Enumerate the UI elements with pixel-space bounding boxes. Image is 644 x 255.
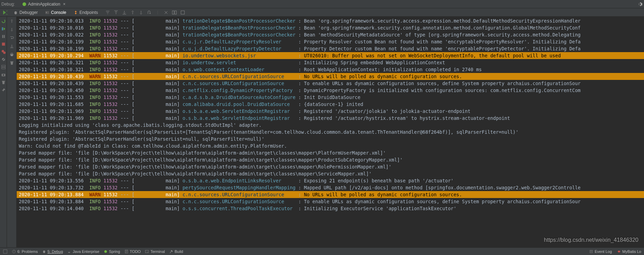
log-timestamp: 2020-11-11 09:20:13.884 bbox=[19, 192, 84, 197]
gear-icon[interactable] bbox=[637, 1, 643, 7]
run-config-tab[interactable]: AdminApplication × bbox=[19, 2, 68, 7]
status-problems-label: 6: Problems bbox=[17, 249, 38, 254]
svg-rect-13 bbox=[1, 65, 5, 67]
clear-icon[interactable] bbox=[9, 60, 14, 65]
arrow-curve-icon[interactable] bbox=[147, 10, 152, 15]
camera-icon[interactable] bbox=[1, 72, 6, 77]
stop-icon[interactable] bbox=[1, 42, 6, 47]
log-thread: main] bbox=[166, 192, 183, 197]
svg-rect-3 bbox=[172, 11, 174, 14]
status-terminal[interactable]: Terminal bbox=[145, 249, 165, 254]
log-colon: : bbox=[296, 53, 304, 58]
log-colon: : bbox=[296, 81, 304, 86]
log-timestamp: 2020-11-11 09:20:10.450 bbox=[19, 88, 84, 93]
status-problems[interactable]: 6: Problems bbox=[12, 249, 38, 254]
svg-point-1 bbox=[15, 11, 17, 14]
log-logger: c.netflix.config.DynamicPropertyFactory bbox=[182, 88, 295, 93]
log-colon: : bbox=[296, 206, 304, 211]
arrow-down-icon[interactable] bbox=[138, 10, 144, 15]
log-thread: main] bbox=[166, 185, 183, 190]
log-message: Exposing 21 endpoint(s) beneath base pat… bbox=[304, 178, 454, 183]
log-line: 2020-11-11 09:20:10.321 INFO 11532 --- [… bbox=[17, 59, 644, 66]
log-text: Parsed mapper file: 'file [D:\WorkSpace\… bbox=[19, 157, 403, 163]
log-line: 2020-11-11 09:20:10.439 INFO 11532 --- [… bbox=[17, 80, 644, 87]
log-line: 2020-11-11 09:20:10.016 INFO 11532 --- [… bbox=[17, 24, 644, 31]
svg-rect-8 bbox=[3, 35, 5, 38]
log-sep: --- [ bbox=[118, 206, 166, 211]
log-message: Root WebApplicationContext: initializati… bbox=[304, 67, 482, 72]
top-bar: Debug: AdminApplication × bbox=[0, 0, 644, 8]
layout-icon[interactable] bbox=[1, 65, 6, 69]
scroll-down-bar-icon[interactable] bbox=[122, 10, 127, 15]
log-message: Bean 'org.springframework.security.confi… bbox=[304, 25, 581, 31]
log-pid: 11532 bbox=[104, 81, 118, 86]
columns-icon[interactable] bbox=[172, 10, 177, 15]
tab-console[interactable]: Console bbox=[41, 8, 70, 16]
mute-breakpoints-icon[interactable] bbox=[1, 57, 6, 62]
scroll-up-bar-icon[interactable] bbox=[113, 10, 119, 15]
pause-icon[interactable] bbox=[1, 34, 6, 39]
log-sep: --- [ bbox=[118, 199, 166, 204]
pin-icon[interactable] bbox=[1, 88, 6, 92]
tab-endpoints[interactable]: Endpoints bbox=[70, 8, 101, 16]
log-thread: main] bbox=[166, 60, 183, 65]
rerun-icon[interactable] bbox=[2, 10, 8, 15]
debug-label: Debug: bbox=[1, 2, 15, 7]
log-timestamp: 2020-11-11 09:20:10.022 bbox=[19, 32, 84, 38]
tab-debugger[interactable]: Debugger bbox=[10, 8, 41, 16]
trash-icon[interactable] bbox=[1, 80, 6, 85]
breakpoints-icon[interactable] bbox=[1, 49, 6, 54]
arrow-up-icon[interactable] bbox=[130, 10, 135, 15]
bug-icon bbox=[13, 10, 18, 15]
log-line: Registered plugin: 'AbstractSqlParserHan… bbox=[17, 129, 644, 135]
log-logger: com.alibaba.druid.pool.DruidDataSource bbox=[182, 101, 295, 107]
log-timestamp: 2020-11-11 09:20:11.969 bbox=[19, 115, 84, 121]
log-line: 2020-11-11 09:20:10.199 INFO 11532 --- [… bbox=[17, 45, 644, 52]
status-bar: 6: Problems 5: Debug Java Enterprise Spr… bbox=[0, 247, 644, 255]
softwrap-icon[interactable] bbox=[9, 35, 14, 40]
log-level: INFO bbox=[89, 46, 101, 51]
log-thread: main] bbox=[166, 94, 183, 100]
separator-icon bbox=[155, 10, 160, 15]
log-message: Mapped URL path [/v2/api-docs] onto meth… bbox=[304, 185, 581, 190]
log-line: 2020-11-11 09:20:13.884 INFO 11532 --- [… bbox=[17, 198, 644, 205]
svg-rect-9 bbox=[2, 43, 5, 46]
svg-point-16 bbox=[2, 74, 4, 76]
log-message: DynamicPropertyFactory is initialized wi… bbox=[304, 88, 581, 93]
log-colon: : bbox=[296, 115, 304, 121]
status-event-log[interactable]: Event Log bbox=[589, 249, 612, 254]
status-spring[interactable]: Spring bbox=[104, 249, 120, 254]
scroll-end-icon[interactable] bbox=[9, 44, 14, 49]
log-colon: : bbox=[296, 60, 304, 65]
log-timestamp: 2020-11-11 09:20:13.884 bbox=[19, 199, 84, 204]
log-sep: --- [ bbox=[118, 18, 166, 24]
restart-icon[interactable] bbox=[1, 19, 6, 24]
filter-icon[interactable] bbox=[105, 10, 110, 15]
square-icon[interactable] bbox=[180, 10, 185, 15]
log-sep: --- [ bbox=[118, 74, 166, 79]
status-build[interactable]: Build bbox=[169, 249, 183, 254]
log-thread: main] bbox=[166, 67, 183, 72]
log-text: Warn: Could not find @TableId in Class: … bbox=[19, 143, 287, 149]
spring-leaf-icon bbox=[104, 249, 108, 254]
log-line: 2020-11-11 09:20:14.040 INFO 11532 --- [… bbox=[17, 205, 644, 212]
status-todo[interactable]: TODO bbox=[124, 249, 141, 254]
console-output[interactable]: 2020-11-11 09:20:10.013 INFO 11532 --- [… bbox=[17, 17, 644, 247]
log-colon: : bbox=[296, 101, 304, 107]
scroll-down-icon[interactable] bbox=[9, 27, 14, 32]
print-icon[interactable] bbox=[9, 52, 14, 57]
log-thread: main] bbox=[166, 206, 183, 211]
log-level: INFO bbox=[89, 39, 101, 44]
log-pid: 11532 bbox=[104, 108, 118, 114]
status-mybatis[interactable]: MyBatis Lo bbox=[617, 249, 641, 254]
status-java-enterprise[interactable]: Java Enterprise bbox=[67, 249, 99, 254]
status-toggle-icon[interactable] bbox=[3, 249, 8, 254]
log-sep: --- [ bbox=[118, 60, 166, 65]
status-todo-label: TODO bbox=[130, 249, 141, 254]
hammer-icon bbox=[169, 249, 173, 254]
x-icon[interactable] bbox=[163, 10, 169, 15]
status-debug[interactable]: 5: Debug bbox=[42, 249, 63, 254]
resume-icon[interactable] bbox=[1, 26, 6, 31]
scroll-up-icon[interactable] bbox=[9, 19, 14, 24]
close-tab-icon[interactable]: × bbox=[63, 2, 65, 7]
